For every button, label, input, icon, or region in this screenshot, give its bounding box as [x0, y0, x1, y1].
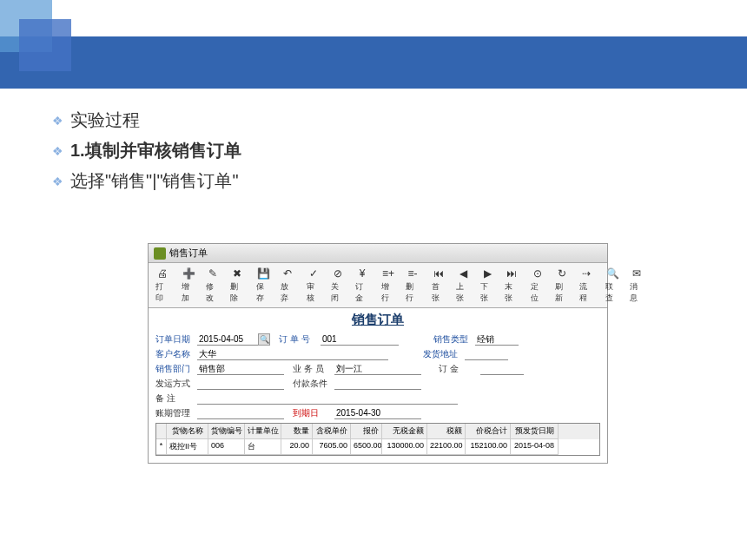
toolbar-删除-button[interactable]: ✖删除: [225, 265, 249, 306]
col-quote[interactable]: 报价: [351, 424, 382, 439]
cell-price[interactable]: 7605.00: [313, 439, 351, 455]
toolbar-下张-button[interactable]: ▶下张: [475, 265, 499, 306]
ship-addr-input[interactable]: [465, 348, 508, 360]
toolbar-审核-button[interactable]: ✓审核: [301, 265, 326, 306]
toolbar-label: 增加: [182, 281, 195, 304]
toolbar-label: 打印: [155, 281, 169, 304]
cell-notax[interactable]: 130000.00: [382, 439, 427, 455]
toolbar-label: 定位: [531, 281, 545, 304]
toolbar-流程-button[interactable]: ⇢流程: [574, 265, 598, 306]
lookup-icon[interactable]: 🔍: [258, 333, 270, 346]
增行-icon: ≡+: [381, 267, 395, 280]
order-no-label: 订 单 号: [279, 333, 321, 346]
col-code[interactable]: 货物编号: [208, 424, 245, 439]
col-name[interactable]: 货物名称: [167, 424, 208, 439]
toolbar-label: 关闭: [331, 281, 345, 304]
cell-tax[interactable]: 22100.00: [427, 439, 466, 455]
line-items-grid: 货物名称 货物编号 计量单位 数量 含税单价 报价 无税金额 税额 价税合计 预…: [155, 423, 600, 456]
订金-icon: ¥: [355, 267, 369, 280]
col-notax[interactable]: 无税金额: [382, 424, 427, 439]
toolbar-label: 删除: [230, 281, 244, 304]
刷新-icon: ↻: [555, 267, 569, 280]
bullet-3: 选择"销售"|"销售订单": [70, 169, 239, 193]
定位-icon: ⊙: [531, 267, 545, 280]
toolbar-末张-button[interactable]: ⏭末张: [499, 265, 524, 306]
流程-icon: ⇢: [579, 267, 593, 280]
due-date-label: 到期日: [293, 407, 334, 419]
dept-input[interactable]: [197, 363, 284, 375]
cell-name[interactable]: 税控II号: [167, 439, 208, 455]
toolbar-label: 保存: [256, 281, 270, 304]
toolbar-首张-button[interactable]: ⏮首张: [426, 265, 451, 306]
order-date-label: 订单日期: [155, 333, 197, 346]
customer-input[interactable]: [197, 348, 388, 360]
toolbar-label: 修改: [206, 281, 220, 304]
dept-label: 销售部门: [155, 363, 197, 375]
toolbar-label: 订金: [355, 281, 369, 304]
sale-type-input[interactable]: [475, 333, 519, 346]
sale-type-label: 销售类型: [433, 333, 475, 346]
cell-unit[interactable]: 台: [245, 439, 281, 455]
app-window: 销售订单 🖨打印➕增加✎修改✖删除💾保存↶放弃✓审核⊘关闭¥订金≡+增行≡-删行…: [148, 243, 608, 464]
toolbar-保存-button[interactable]: 💾保存: [251, 265, 275, 306]
form-title: 销售订单: [155, 312, 600, 328]
删行-icon: ≡-: [406, 267, 420, 280]
deposit-input[interactable]: [480, 363, 524, 375]
首张-icon: ⏮: [432, 267, 446, 280]
toolbar-消息-button[interactable]: ✉消息: [625, 265, 649, 306]
cell-quote[interactable]: 6500.00: [351, 439, 382, 455]
pay-term-input[interactable]: [334, 378, 421, 390]
toolbar-修改-button[interactable]: ✎修改: [201, 265, 225, 306]
order-no-input[interactable]: [321, 333, 399, 346]
form-area: 销售订单 订单日期 🔍 订 单 号 销售类型 客户名称 发货地址 销售部门 业 …: [149, 308, 607, 463]
salesman-input[interactable]: [334, 363, 421, 375]
保存-icon: 💾: [256, 267, 270, 280]
table-row[interactable]: * 税控II号 006 台 20.00 7605.00 6500.00 1300…: [156, 439, 599, 455]
toolbar-定位-button[interactable]: ⊙定位: [526, 265, 550, 306]
toolbar-增加-button[interactable]: ➕增加: [176, 265, 201, 306]
bullet-icon: ❖: [52, 175, 63, 188]
title-bar: 销售订单: [149, 244, 607, 263]
cell-total[interactable]: 152100.00: [466, 439, 511, 455]
cell-ship[interactable]: 2015-04-08: [511, 439, 559, 455]
toolbar-刷新-button[interactable]: ↻刷新: [550, 265, 574, 306]
col-tax[interactable]: 税额: [427, 424, 466, 439]
bullet-2: 1.填制并审核销售订单: [70, 139, 241, 162]
增加-icon: ➕: [182, 267, 195, 280]
cell-qty[interactable]: 20.00: [281, 439, 313, 455]
col-qty[interactable]: 数量: [281, 424, 313, 439]
toolbar-label: 联查: [605, 281, 619, 304]
toolbar-打印-button[interactable]: 🖨打印: [150, 265, 175, 306]
remark-input[interactable]: [197, 392, 458, 405]
slide-content: ❖ 实验过程 ❖ 1.填制并审核销售订单 ❖ 选择"销售"|"销售订单": [0, 91, 747, 217]
credit-input[interactable]: [197, 407, 284, 419]
bullet-icon: ❖: [52, 114, 63, 128]
toolbar-关闭-button[interactable]: ⊘关闭: [326, 265, 350, 306]
toolbar-增行-button[interactable]: ≡+增行: [376, 265, 400, 306]
grid-header: 货物名称 货物编号 计量单位 数量 含税单价 报价 无税金额 税额 价税合计 预…: [156, 424, 599, 439]
salesman-label: 业 务 员: [293, 363, 334, 375]
bullet-1: 实验过程: [70, 109, 140, 132]
消息-icon: ✉: [630, 267, 644, 280]
col-ship[interactable]: 预发货日期: [511, 424, 559, 439]
toolbar-订金-button[interactable]: ¥订金: [350, 265, 374, 306]
order-date-input[interactable]: [197, 333, 258, 346]
col-price[interactable]: 含税单价: [313, 424, 351, 439]
toolbar-label: 消息: [630, 281, 644, 304]
bullet-icon: ❖: [52, 144, 63, 158]
cell-code[interactable]: 006: [208, 439, 245, 455]
toolbar-放弃-button[interactable]: ↶放弃: [275, 265, 300, 306]
toolbar-删行-button[interactable]: ≡-删行: [400, 265, 425, 306]
ship-method-input[interactable]: [197, 378, 284, 390]
下张-icon: ▶: [480, 267, 494, 280]
toolbar-label: 审核: [307, 281, 321, 304]
col-unit[interactable]: 计量单位: [245, 424, 281, 439]
due-date-input[interactable]: [334, 407, 421, 419]
app-icon: [154, 247, 166, 260]
col-total[interactable]: 价税合计: [466, 424, 511, 439]
deposit-label: 订 金: [439, 363, 480, 375]
toolbar-label: 上张: [456, 281, 470, 304]
toolbar-上张-button[interactable]: ◀上张: [451, 265, 475, 306]
toolbar-联查-button[interactable]: 🔍联查: [600, 265, 625, 306]
header-decoration: [0, 0, 747, 91]
